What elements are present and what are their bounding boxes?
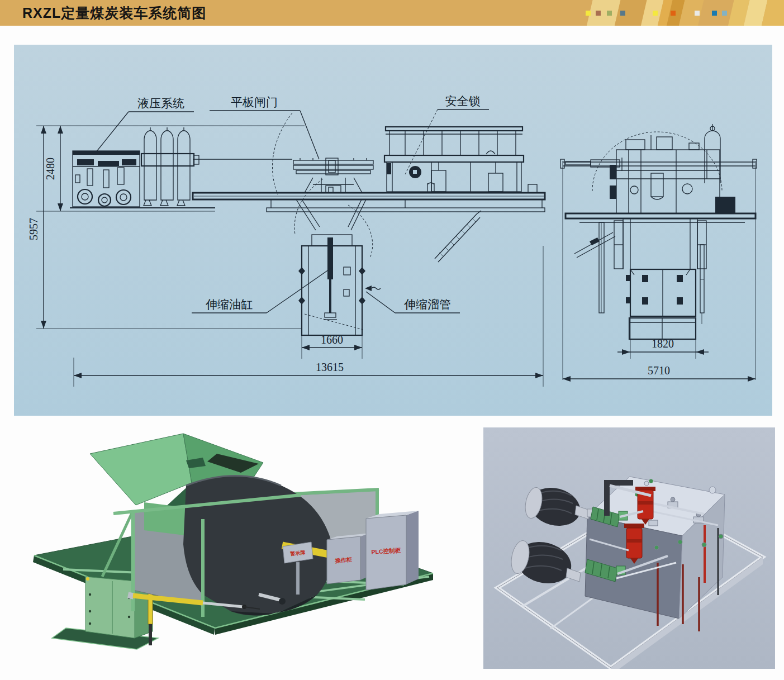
loading-station-render-panel: 警示牌 操作柜 PLC控制柜 [18, 427, 447, 668]
side-view-dimensions: 2480 5957 [27, 126, 305, 329]
telescopic-chute-drawing [294, 179, 381, 335]
loading-station-render: 警示牌 操作柜 PLC控制柜 [18, 427, 447, 668]
platform-deck-drawing [193, 184, 545, 212]
engineering-drawing-panel: 2480 5957 [14, 45, 772, 416]
accent-square [671, 11, 676, 16]
sign-post [296, 562, 300, 595]
page: RXZL定量煤炭装车系统简图 2480 5957 [0, 0, 784, 680]
dim-total-length: 13615 [316, 361, 344, 373]
dim-upper-height: 2480 [44, 158, 56, 180]
page-title: RXZL定量煤炭装车系统简图 [22, 0, 206, 26]
flat-gate-drawing [293, 158, 373, 193]
header-bar: RXZL定量煤炭装车系统简图 [0, 0, 784, 26]
dim-chute-width: 1660 [321, 334, 343, 346]
accent-square [586, 11, 591, 16]
dim-end-chute-width: 1820 [652, 337, 674, 350]
accent-square [653, 11, 658, 16]
dim-total-height: 5957 [27, 218, 40, 240]
accent-square [596, 11, 601, 16]
inclined-ladder-drawing [435, 211, 481, 262]
label-safety-lock: 安全锁 [445, 94, 481, 107]
accent-square [695, 11, 700, 16]
accumulators [141, 127, 199, 206]
dim-end-total-width: 5710 [648, 364, 670, 377]
label-flat-gate: 平板闸门 [231, 96, 278, 108]
accent-square [722, 11, 727, 16]
accent-square [712, 11, 717, 16]
end-view-drawing: 1820 5710 [560, 124, 757, 382]
engineering-drawing: 2480 5957 [14, 45, 772, 416]
hydraulic-power-unit-render-panel [483, 427, 775, 669]
label-telescopic-chute: 伸缩溜管 [403, 298, 451, 311]
hydraulic-power-unit-render [483, 427, 775, 669]
label-telescopic-cylinder: 伸缩油缸 [205, 298, 253, 311]
accent-square [607, 11, 612, 16]
safety-lock-drawing [384, 127, 524, 192]
accent-square [620, 11, 625, 16]
label-hydraulic-system: 液压系统 [137, 97, 184, 110]
hydraulic-unit-drawing [70, 127, 292, 208]
